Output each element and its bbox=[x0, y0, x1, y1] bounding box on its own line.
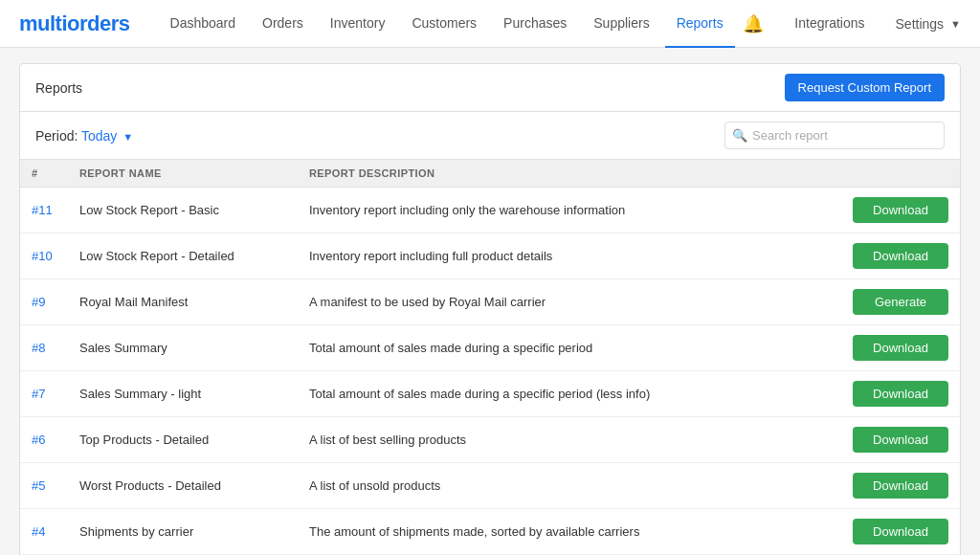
row-action-cell: Download bbox=[835, 371, 960, 417]
nav-inventory[interactable]: Inventory bbox=[319, 0, 397, 48]
main-content: Reports Request Custom Report Period: To… bbox=[0, 48, 980, 555]
row-report-desc: The amount of shipments made, sorted by … bbox=[298, 509, 835, 555]
period-selector[interactable]: Period: Today ▼ bbox=[35, 128, 133, 144]
nav-links: Dashboard Orders Inventory Customers Pur… bbox=[159, 0, 744, 48]
period-label: Period: bbox=[35, 128, 78, 144]
row-report-desc: Inventory report including full product … bbox=[298, 233, 835, 279]
row-num: #4 bbox=[20, 509, 68, 555]
table-row: #4Shipments by carrierThe amount of ship… bbox=[20, 509, 960, 555]
download-button[interactable]: Download bbox=[853, 335, 948, 361]
download-button[interactable]: Download bbox=[853, 381, 948, 407]
period-value[interactable]: Today bbox=[81, 128, 117, 144]
row-report-desc: A list of unsold products bbox=[298, 463, 835, 509]
row-action-cell: Download bbox=[835, 463, 960, 509]
row-num: #7 bbox=[20, 371, 68, 417]
search-icon: 🔍 bbox=[732, 128, 747, 143]
col-header-num: # bbox=[20, 160, 68, 188]
row-report-name: Sales Summary - light bbox=[68, 371, 298, 417]
row-num: #9 bbox=[20, 279, 68, 325]
row-report-desc: Inventory report including only the ware… bbox=[298, 188, 835, 233]
row-action-cell: Generate bbox=[835, 279, 960, 325]
nav-integrations[interactable]: Integrations bbox=[783, 0, 876, 48]
settings-label: Settings bbox=[896, 16, 945, 32]
filter-bar: Period: Today ▼ 🔍 bbox=[20, 112, 960, 160]
row-num: #6 bbox=[20, 417, 68, 463]
col-header-name: REPORT NAME bbox=[68, 160, 298, 188]
table-row: #11Low Stock Report - BasicInventory rep… bbox=[20, 188, 960, 233]
row-report-name: Worst Products - Detailed bbox=[68, 463, 298, 509]
navbar: multiorders Dashboard Orders Inventory C… bbox=[0, 0, 980, 48]
row-report-desc: Total amount of sales made during a spec… bbox=[298, 371, 835, 417]
nav-right: 🔔 Integrations Settings ▼ bbox=[743, 0, 961, 48]
table-row: #10Low Stock Report - DetailedInventory … bbox=[20, 233, 960, 279]
row-report-desc: Total amount of sales made during a spec… bbox=[298, 325, 835, 371]
download-button[interactable]: Download bbox=[853, 519, 948, 544]
row-action-cell: Download bbox=[835, 325, 960, 371]
row-action-cell: Download bbox=[835, 509, 960, 555]
nav-settings[interactable]: Settings ▼ bbox=[896, 16, 961, 32]
table-header: # REPORT NAME REPORT DESCRIPTION bbox=[20, 160, 960, 188]
nav-customers[interactable]: Customers bbox=[400, 0, 488, 48]
card-title: Reports bbox=[35, 80, 82, 96]
row-action-cell: Download bbox=[835, 188, 960, 233]
row-num: #10 bbox=[20, 233, 68, 279]
bell-icon[interactable]: 🔔 bbox=[743, 13, 764, 34]
row-num: #8 bbox=[20, 325, 68, 371]
nav-suppliers[interactable]: Suppliers bbox=[582, 0, 660, 48]
row-report-name: Low Stock Report - Basic bbox=[68, 188, 298, 233]
reports-table: # REPORT NAME REPORT DESCRIPTION #11Low … bbox=[20, 160, 960, 555]
download-button[interactable]: Download bbox=[853, 427, 948, 453]
search-input[interactable] bbox=[724, 122, 945, 149]
table-row: #7Sales Summary - lightTotal amount of s… bbox=[20, 371, 960, 417]
table-row: #5Worst Products - DetailedA list of uns… bbox=[20, 463, 960, 509]
col-header-desc: REPORT DESCRIPTION bbox=[298, 160, 835, 188]
row-action-cell: Download bbox=[835, 417, 960, 463]
card-header: Reports Request Custom Report bbox=[20, 64, 960, 112]
request-custom-report-button[interactable]: Request Custom Report bbox=[785, 74, 945, 101]
row-report-name: Royal Mail Manifest bbox=[68, 279, 298, 325]
row-report-name: Shipments by carrier bbox=[68, 509, 298, 555]
table-row: #8Sales SummaryTotal amount of sales mad… bbox=[20, 325, 960, 371]
generate-button[interactable]: Generate bbox=[853, 289, 948, 315]
reports-card: Reports Request Custom Report Period: To… bbox=[19, 63, 961, 555]
col-header-action bbox=[835, 160, 960, 188]
nav-orders[interactable]: Orders bbox=[251, 0, 315, 48]
row-action-cell: Download bbox=[835, 233, 960, 279]
download-button[interactable]: Download bbox=[853, 473, 948, 499]
brand-logo: multiorders bbox=[19, 11, 130, 36]
row-report-desc: A list of best selling products bbox=[298, 417, 835, 463]
table-row: #9Royal Mail ManifestA manifest to be us… bbox=[20, 279, 960, 325]
nav-dashboard[interactable]: Dashboard bbox=[159, 0, 248, 48]
table-row: #6Top Products - DetailedA list of best … bbox=[20, 417, 960, 463]
chevron-down-icon: ▼ bbox=[122, 131, 133, 143]
nav-reports[interactable]: Reports bbox=[665, 0, 735, 48]
chevron-down-icon: ▼ bbox=[950, 18, 961, 30]
row-report-name: Top Products - Detailed bbox=[68, 417, 298, 463]
search-wrapper: 🔍 bbox=[724, 122, 945, 149]
table-body: #11Low Stock Report - BasicInventory rep… bbox=[20, 188, 960, 556]
download-button[interactable]: Download bbox=[853, 197, 948, 223]
row-report-desc: A manifest to be used by Royal Mail carr… bbox=[298, 279, 835, 325]
row-num: #5 bbox=[20, 463, 68, 509]
row-report-name: Sales Summary bbox=[68, 325, 298, 371]
nav-purchases[interactable]: Purchases bbox=[492, 0, 578, 48]
row-report-name: Low Stock Report - Detailed bbox=[68, 233, 298, 279]
row-num: #11 bbox=[20, 188, 68, 233]
download-button[interactable]: Download bbox=[853, 243, 948, 269]
